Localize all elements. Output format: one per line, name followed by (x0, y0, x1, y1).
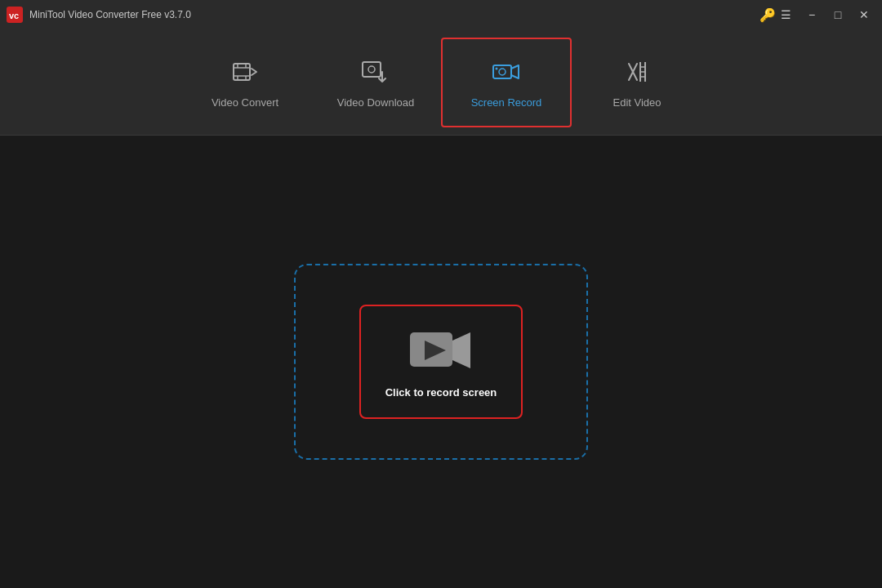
app-logo: vc (7, 7, 23, 23)
screen-record-label: Screen Record (471, 96, 542, 109)
edit-video-icon (622, 56, 652, 88)
sidebar-item-video-convert[interactable]: Video Convert (180, 38, 310, 127)
window-controls: ☰ − □ ✕ (774, 6, 875, 24)
svg-point-10 (368, 66, 375, 73)
video-download-label: Video Download (337, 96, 414, 109)
main-content: Click to record screen (0, 136, 882, 588)
app-title: MiniTool Video Converter Free v3.7.0 (29, 9, 875, 20)
key-icon: 🔑 (760, 7, 776, 23)
record-area: Click to record screen (294, 264, 588, 460)
nav-bar: Video Convert Video Download (0, 29, 882, 136)
minimize-button[interactable]: − (800, 6, 823, 24)
record-screen-button[interactable]: Click to record screen (359, 305, 523, 419)
sidebar-item-screen-record[interactable]: Screen Record (441, 38, 572, 127)
edit-video-label: Edit Video (612, 96, 661, 109)
svg-point-13 (496, 68, 498, 70)
menu-button[interactable]: ☰ (774, 6, 797, 24)
sidebar-item-video-download[interactable]: Video Download (310, 38, 441, 127)
svg-text:vc: vc (9, 11, 19, 20)
title-bar: vc MiniTool Video Converter Free v3.7.0 … (0, 0, 882, 29)
svg-rect-11 (493, 65, 511, 78)
screen-record-icon (492, 56, 521, 88)
video-convert-icon (230, 56, 260, 88)
maximize-button[interactable]: □ (826, 6, 849, 24)
record-button-label: Click to record screen (385, 386, 497, 399)
svg-point-12 (499, 69, 506, 75)
video-download-icon (361, 56, 390, 88)
record-camera-icon (408, 326, 474, 375)
svg-rect-9 (363, 62, 381, 77)
close-button[interactable]: ✕ (853, 6, 875, 24)
video-convert-label: Video Convert (212, 96, 278, 109)
sidebar-item-edit-video[interactable]: Edit Video (572, 38, 702, 127)
svg-rect-2 (234, 64, 250, 80)
